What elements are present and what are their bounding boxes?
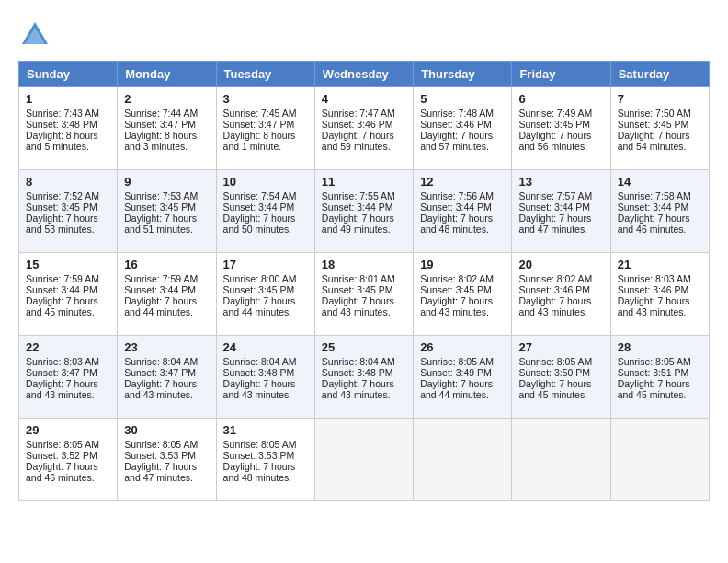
daylight-label: Daylight: 7 hours and 46 minutes.	[618, 213, 690, 235]
calendar-cell: 8 Sunrise: 7:52 AM Sunset: 3:45 PM Dayli…	[19, 170, 118, 253]
day-number: 12	[420, 175, 505, 189]
header-day-sunday: Sunday	[19, 62, 118, 87]
sunset: Sunset: 3:48 PM	[322, 367, 393, 378]
sunrise: Sunrise: 8:02 AM	[420, 273, 494, 284]
day-number: 2	[124, 92, 209, 106]
day-number: 10	[223, 175, 308, 189]
daylight-label: Daylight: 7 hours and 45 minutes.	[26, 295, 98, 317]
sunset: Sunset: 3:47 PM	[223, 119, 295, 130]
daylight-label: Daylight: 8 hours and 1 minute.	[223, 130, 296, 152]
calendar-cell: 24 Sunrise: 8:04 AM Sunset: 3:48 PM Dayl…	[216, 336, 314, 419]
calendar-cell	[512, 419, 610, 501]
day-number: 19	[420, 258, 505, 271]
day-number: 28	[618, 340, 702, 354]
daylight-label: Daylight: 7 hours and 44 minutes.	[124, 295, 197, 317]
sunset: Sunset: 3:45 PM	[618, 119, 689, 130]
sunset: Sunset: 3:50 PM	[518, 367, 590, 378]
sunset: Sunset: 3:48 PM	[223, 367, 295, 378]
sunrise: Sunrise: 7:48 AM	[420, 108, 494, 119]
sunrise: Sunrise: 8:02 AM	[518, 273, 592, 284]
daylight-label: Daylight: 7 hours and 57 minutes.	[420, 130, 493, 152]
sunrise: Sunrise: 8:01 AM	[322, 273, 395, 284]
day-number: 3	[223, 92, 308, 106]
calendar-cell: 4 Sunrise: 7:47 AM Sunset: 3:46 PM Dayli…	[314, 87, 413, 170]
calendar-cell: 9 Sunrise: 7:53 AM Sunset: 3:45 PM Dayli…	[118, 170, 216, 253]
header-day-wednesday: Wednesday	[314, 62, 413, 87]
calendar-cell: 28 Sunrise: 8:05 AM Sunset: 3:51 PM Dayl…	[610, 336, 709, 419]
sunrise: Sunrise: 7:54 AM	[223, 190, 297, 201]
day-number: 17	[223, 258, 308, 271]
day-number: 21	[618, 258, 702, 271]
sunset: Sunset: 3:44 PM	[618, 201, 689, 213]
daylight-label: Daylight: 7 hours and 51 minutes.	[124, 213, 197, 235]
daylight-label: Daylight: 7 hours and 54 minutes.	[618, 130, 690, 152]
calendar-week-1: 1 Sunrise: 7:43 AM Sunset: 3:48 PM Dayli…	[19, 87, 710, 170]
sunrise: Sunrise: 7:43 AM	[26, 108, 99, 119]
sunrise: Sunrise: 8:03 AM	[618, 273, 691, 284]
calendar-cell: 12 Sunrise: 7:56 AM Sunset: 3:44 PM Dayl…	[414, 170, 512, 253]
page-header	[18, 18, 710, 52]
sunrise: Sunrise: 7:57 AM	[518, 190, 592, 201]
sunset: Sunset: 3:44 PM	[124, 284, 196, 295]
sunset: Sunset: 3:46 PM	[518, 284, 590, 295]
calendar-cell: 26 Sunrise: 8:05 AM Sunset: 3:49 PM Dayl…	[414, 336, 512, 419]
day-number: 15	[26, 258, 110, 271]
calendar-cell: 25 Sunrise: 8:04 AM Sunset: 3:48 PM Dayl…	[314, 336, 413, 419]
day-number: 30	[124, 423, 209, 437]
sunset: Sunset: 3:49 PM	[420, 367, 492, 378]
sunset: Sunset: 3:47 PM	[124, 367, 196, 378]
sunrise: Sunrise: 7:52 AM	[26, 190, 99, 201]
calendar-cell: 6 Sunrise: 7:49 AM Sunset: 3:45 PM Dayli…	[512, 87, 610, 170]
calendar-cell: 17 Sunrise: 8:00 AM Sunset: 3:45 PM Dayl…	[216, 253, 314, 336]
sunrise: Sunrise: 7:55 AM	[322, 190, 395, 201]
sunrise: Sunrise: 8:04 AM	[124, 356, 198, 367]
daylight-label: Daylight: 7 hours and 59 minutes.	[322, 130, 394, 152]
calendar-cell	[414, 419, 512, 501]
sunset: Sunset: 3:44 PM	[26, 284, 97, 295]
daylight-label: Daylight: 7 hours and 47 minutes.	[124, 461, 197, 483]
sunrise: Sunrise: 7:56 AM	[420, 190, 494, 201]
daylight-label: Daylight: 7 hours and 47 minutes.	[518, 213, 591, 235]
calendar-cell: 21 Sunrise: 8:03 AM Sunset: 3:46 PM Dayl…	[610, 253, 709, 336]
sunrise: Sunrise: 8:05 AM	[420, 356, 494, 367]
calendar-cell: 18 Sunrise: 8:01 AM Sunset: 3:45 PM Dayl…	[314, 253, 413, 336]
daylight-label: Daylight: 7 hours and 43 minutes.	[420, 295, 493, 317]
day-number: 27	[518, 340, 603, 354]
day-number: 13	[518, 175, 603, 189]
day-number: 1	[26, 92, 110, 106]
sunset: Sunset: 3:46 PM	[322, 119, 393, 130]
calendar-table: SundayMondayTuesdayWednesdayThursdayFrid…	[18, 61, 710, 501]
calendar-header-row: SundayMondayTuesdayWednesdayThursdayFrid…	[19, 62, 710, 87]
calendar-cell: 10 Sunrise: 7:54 AM Sunset: 3:44 PM Dayl…	[216, 170, 314, 253]
calendar-week-3: 15 Sunrise: 7:59 AM Sunset: 3:44 PM Dayl…	[19, 253, 710, 336]
calendar-cell: 2 Sunrise: 7:44 AM Sunset: 3:47 PM Dayli…	[118, 87, 216, 170]
calendar-cell: 15 Sunrise: 7:59 AM Sunset: 3:44 PM Dayl…	[19, 253, 118, 336]
calendar-cell: 13 Sunrise: 7:57 AM Sunset: 3:44 PM Dayl…	[512, 170, 610, 253]
logo	[18, 18, 57, 52]
daylight-label: Daylight: 7 hours and 46 minutes.	[26, 461, 98, 483]
header-day-thursday: Thursday	[414, 62, 512, 87]
day-number: 18	[322, 258, 406, 271]
sunset: Sunset: 3:53 PM	[223, 450, 295, 461]
sunset: Sunset: 3:51 PM	[618, 367, 689, 378]
calendar-cell: 29 Sunrise: 8:05 AM Sunset: 3:52 PM Dayl…	[19, 419, 118, 501]
calendar-cell: 20 Sunrise: 8:02 AM Sunset: 3:46 PM Dayl…	[512, 253, 610, 336]
calendar-cell: 23 Sunrise: 8:04 AM Sunset: 3:47 PM Dayl…	[118, 336, 216, 419]
calendar-cell: 5 Sunrise: 7:48 AM Sunset: 3:46 PM Dayli…	[414, 87, 512, 170]
sunset: Sunset: 3:46 PM	[420, 119, 492, 130]
daylight-label: Daylight: 7 hours and 43 minutes.	[322, 295, 394, 317]
sunset: Sunset: 3:52 PM	[26, 450, 97, 461]
sunset: Sunset: 3:44 PM	[223, 201, 295, 213]
calendar-cell: 16 Sunrise: 7:59 AM Sunset: 3:44 PM Dayl…	[118, 253, 216, 336]
day-number: 23	[124, 340, 209, 354]
daylight-label: Daylight: 8 hours and 5 minutes.	[26, 130, 98, 152]
sunset: Sunset: 3:45 PM	[26, 201, 97, 213]
header-day-friday: Friday	[512, 62, 610, 87]
day-number: 24	[223, 340, 308, 354]
day-number: 9	[124, 175, 209, 189]
sunset: Sunset: 3:47 PM	[124, 119, 196, 130]
sunset: Sunset: 3:45 PM	[420, 284, 492, 295]
day-number: 6	[518, 92, 603, 106]
calendar-cell: 19 Sunrise: 8:02 AM Sunset: 3:45 PM Dayl…	[414, 253, 512, 336]
sunrise: Sunrise: 7:59 AM	[26, 273, 99, 284]
